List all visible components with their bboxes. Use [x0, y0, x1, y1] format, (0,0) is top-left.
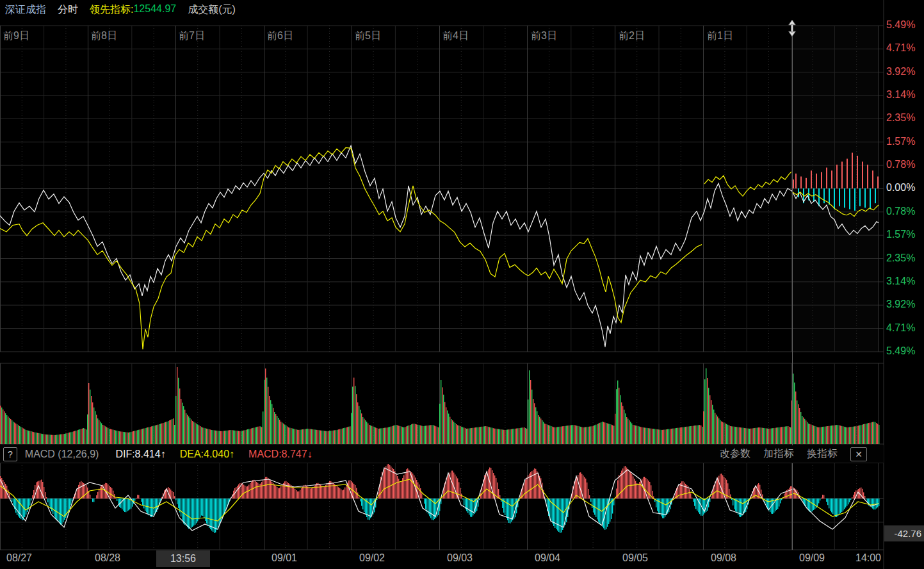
- percent-axis-label: 3.14%: [886, 276, 915, 287]
- mode-tab-minute[interactable]: 分时: [58, 3, 78, 17]
- percent-axis-label: 2.35%: [886, 112, 915, 124]
- symbol-name[interactable]: 深证成指: [5, 3, 46, 17]
- day-label: 前8日: [91, 29, 117, 43]
- date-axis-label: 09/03: [447, 552, 473, 564]
- turnover-label: 成交额(元): [188, 3, 236, 17]
- percent-axis-label: 4.71%: [886, 322, 915, 334]
- percent-axis-label: 1.57%: [886, 229, 915, 240]
- percent-axis-label: 4.71%: [886, 42, 915, 54]
- indicator-name[interactable]: MACD (12,26,9): [25, 449, 99, 460]
- day-label: 前6日: [267, 29, 293, 43]
- percent-axis-label: 5.49%: [886, 345, 915, 357]
- day-label: 前2日: [619, 29, 645, 43]
- price-chart-canvas[interactable]: [0, 0, 924, 569]
- close-icon[interactable]: ✕: [850, 447, 867, 461]
- add-indicator-button[interactable]: 加指标: [763, 447, 794, 461]
- macd-value: MACD:8.747↓: [248, 449, 312, 460]
- leading-indicator-label: 领先指标:: [90, 3, 133, 17]
- day-label: 前1日: [707, 29, 733, 43]
- change-params-button[interactable]: 改参数: [720, 447, 750, 461]
- percent-axis-label: 2.35%: [886, 252, 915, 264]
- date-axis-label: 09/01: [272, 552, 297, 564]
- date-axis-label: 09/09: [799, 552, 825, 564]
- percent-axis-label: 3.92%: [886, 299, 915, 310]
- day-label: 前3日: [531, 29, 557, 43]
- date-axis-label: 08/28: [95, 552, 120, 564]
- help-icon[interactable]: ?: [3, 447, 17, 461]
- day-label: 前5日: [355, 29, 381, 43]
- date-axis-label: 08/27: [6, 552, 32, 564]
- indicator-toolbar: ? MACD (12,26,9) DIF:8.414↑ DEA:4.040↑ M…: [0, 445, 884, 463]
- dif-value: DIF:8.414↑: [115, 449, 165, 460]
- toolbar-actions: 改参数 加指标 换指标 ✕: [720, 447, 867, 461]
- percent-axis-label: 0.78%: [886, 159, 915, 170]
- day-label: 前4日: [442, 29, 469, 43]
- date-axis-label: 09/04: [535, 552, 560, 564]
- macd-crosshair-value: -42.76: [884, 525, 924, 541]
- date-axis-label: 09/05: [622, 552, 648, 564]
- day-label: 前9日: [3, 29, 29, 43]
- percent-axis-label: 3.14%: [886, 89, 915, 101]
- header: 深证成指 分时 领先指标:12544.97 成交额(元): [5, 3, 236, 17]
- percent-axis-label: 3.92%: [886, 66, 915, 78]
- date-axis-label: 09/08: [711, 552, 736, 564]
- percent-axis-label: 0.78%: [886, 206, 915, 217]
- leading-indicator: 领先指标:12544.97: [90, 3, 176, 17]
- day-label: 前7日: [179, 29, 205, 43]
- leading-indicator-value: 12544.97: [133, 3, 176, 17]
- date-axis-label: 09/02: [359, 552, 385, 564]
- percent-axis-label: 0.00%: [886, 182, 915, 194]
- crosshair-time-box: 13:56: [156, 550, 210, 567]
- current-time-label: 14:00: [855, 552, 881, 564]
- percent-axis-label: 5.49%: [886, 19, 915, 31]
- app-root: 深证成指 分时 领先指标:12544.97 成交额(元) 前9日前8日前7日前6…: [0, 0, 924, 569]
- switch-indicator-button[interactable]: 换指标: [807, 447, 838, 461]
- dea-value: DEA:4.040↑: [180, 449, 234, 460]
- percent-axis-label: 1.57%: [886, 136, 915, 147]
